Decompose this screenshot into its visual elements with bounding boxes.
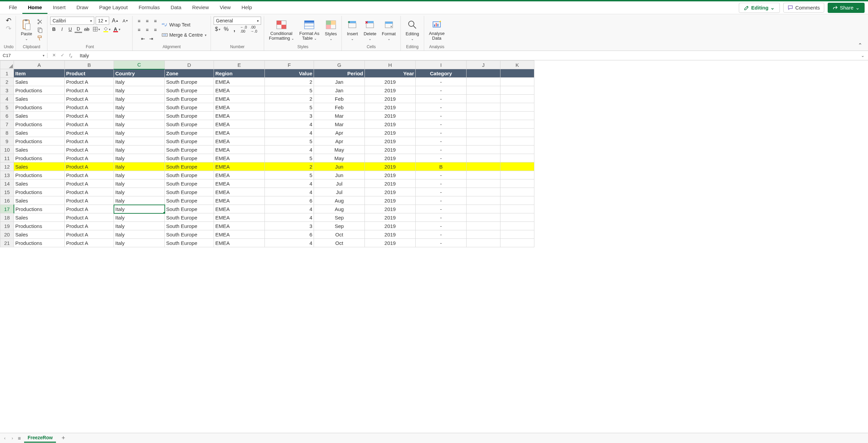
editing-button[interactable]: Editing ⌄ bbox=[403, 18, 421, 41]
cell[interactable]: Item bbox=[14, 69, 65, 78]
cell[interactable]: Sales bbox=[14, 95, 65, 103]
cell[interactable]: - bbox=[416, 171, 467, 179]
cell[interactable] bbox=[500, 188, 534, 196]
cell[interactable]: Product A bbox=[65, 171, 114, 179]
currency-button[interactable]: $ bbox=[214, 25, 222, 33]
all-sheets-button[interactable]: ≡ bbox=[18, 435, 21, 441]
cell[interactable]: Productions bbox=[14, 137, 65, 146]
cell[interactable]: 2 bbox=[265, 162, 314, 171]
cell[interactable]: Italy bbox=[114, 95, 165, 103]
borders-button[interactable] bbox=[92, 25, 101, 33]
format-cells-button[interactable]: Format ⌄ bbox=[380, 18, 398, 41]
cell[interactable]: South Europe bbox=[165, 188, 214, 196]
cell[interactable] bbox=[467, 162, 500, 171]
cell[interactable]: 2019 bbox=[365, 120, 416, 129]
select-all-corner[interactable] bbox=[0, 61, 14, 69]
cell[interactable]: EMEA bbox=[214, 103, 265, 112]
comma-button[interactable]: , bbox=[231, 25, 238, 33]
row-header-3[interactable]: 3 bbox=[0, 86, 14, 95]
cell[interactable]: - bbox=[416, 205, 467, 213]
cell[interactable]: Jun bbox=[314, 171, 365, 179]
column-header-D[interactable]: D bbox=[165, 61, 214, 69]
align-top-button[interactable]: ≡ bbox=[135, 17, 143, 25]
cell[interactable]: - bbox=[416, 230, 467, 239]
cell[interactable]: South Europe bbox=[165, 146, 214, 154]
cell[interactable]: Aug bbox=[314, 205, 365, 213]
cell[interactable] bbox=[467, 146, 500, 154]
cell[interactable]: Sales bbox=[14, 196, 65, 205]
font-name-select[interactable]: Calibri ▾ bbox=[50, 17, 94, 25]
row-header-19[interactable]: 19 bbox=[0, 222, 14, 230]
cell[interactable]: 5 bbox=[265, 137, 314, 146]
row-header-17[interactable]: 17 bbox=[0, 205, 14, 213]
tab-data[interactable]: Data bbox=[165, 2, 187, 14]
cell[interactable] bbox=[500, 154, 534, 162]
cell[interactable]: EMEA bbox=[214, 154, 265, 162]
cell[interactable]: 2019 bbox=[365, 137, 416, 146]
sheet-nav-next[interactable]: › bbox=[10, 436, 14, 441]
cell[interactable]: South Europe bbox=[165, 230, 214, 239]
cell[interactable]: South Europe bbox=[165, 137, 214, 146]
cell[interactable]: South Europe bbox=[165, 239, 214, 247]
column-header-A[interactable]: A bbox=[14, 61, 65, 69]
cell[interactable]: Sep bbox=[314, 222, 365, 230]
cell[interactable]: South Europe bbox=[165, 95, 214, 103]
cell[interactable]: 2019 bbox=[365, 213, 416, 222]
cell[interactable]: 2019 bbox=[365, 205, 416, 213]
tab-help[interactable]: Help bbox=[236, 2, 257, 14]
row-header-8[interactable]: 8 bbox=[0, 129, 14, 137]
row-header-1[interactable]: 1 bbox=[0, 69, 14, 78]
align-bottom-button[interactable]: ≡ bbox=[152, 17, 159, 25]
copy-button[interactable] bbox=[36, 26, 44, 34]
sheet-tab-active[interactable]: FreezeRow bbox=[24, 434, 56, 443]
cell[interactable]: 2019 bbox=[365, 179, 416, 188]
cell[interactable]: Apr bbox=[314, 129, 365, 137]
cell[interactable]: Product A bbox=[65, 196, 114, 205]
shrink-font-button[interactable]: A▼ bbox=[121, 17, 130, 24]
cell[interactable]: South Europe bbox=[165, 162, 214, 171]
name-box[interactable]: C17 ▾ bbox=[0, 53, 47, 58]
cell[interactable]: - bbox=[416, 112, 467, 120]
cell[interactable]: 6 bbox=[265, 230, 314, 239]
wrap-text-button[interactable]: ab Wrap Text bbox=[160, 21, 192, 28]
cell[interactable]: Product A bbox=[65, 179, 114, 188]
cell[interactable] bbox=[467, 78, 500, 86]
increase-decimal-button[interactable]: ←.0.00 bbox=[239, 25, 248, 33]
cell[interactable]: Oct bbox=[314, 230, 365, 239]
cell[interactable]: Jan bbox=[314, 86, 365, 95]
cell[interactable] bbox=[467, 222, 500, 230]
cell[interactable]: 4 bbox=[265, 188, 314, 196]
editing-mode-button[interactable]: Editing ⌄ bbox=[739, 3, 780, 13]
cell[interactable]: 4 bbox=[265, 129, 314, 137]
cell[interactable]: EMEA bbox=[214, 129, 265, 137]
cut-button[interactable] bbox=[36, 18, 44, 25]
font-size-select[interactable]: 12 ▾ bbox=[96, 17, 109, 25]
cell[interactable]: Product A bbox=[65, 154, 114, 162]
row-header-10[interactable]: 10 bbox=[0, 146, 14, 154]
cell[interactable]: Productions bbox=[14, 222, 65, 230]
cell[interactable]: 2019 bbox=[365, 171, 416, 179]
cell[interactable]: 5 bbox=[265, 171, 314, 179]
cell[interactable] bbox=[500, 230, 534, 239]
number-format-select[interactable]: General ▾ bbox=[214, 17, 261, 25]
cell[interactable] bbox=[467, 69, 500, 78]
cell[interactable]: 3 bbox=[265, 112, 314, 120]
cell[interactable]: B bbox=[416, 162, 467, 171]
cell[interactable]: Product A bbox=[65, 86, 114, 95]
cell[interactable]: Product bbox=[65, 69, 114, 78]
cell[interactable]: 2019 bbox=[365, 129, 416, 137]
italic-button[interactable]: I bbox=[58, 25, 66, 33]
row-header-4[interactable]: 4 bbox=[0, 95, 14, 103]
tab-review[interactable]: Review bbox=[187, 2, 214, 14]
cell[interactable]: - bbox=[416, 137, 467, 146]
cell[interactable]: Aug bbox=[314, 196, 365, 205]
cell[interactable]: - bbox=[416, 179, 467, 188]
cell[interactable]: Italy bbox=[114, 171, 165, 179]
cell[interactable]: South Europe bbox=[165, 78, 214, 86]
align-left-button[interactable]: ≡ bbox=[135, 26, 143, 34]
enter-formula-button[interactable]: ✓ bbox=[59, 53, 66, 59]
column-header-E[interactable]: E bbox=[214, 61, 265, 69]
cell[interactable]: 2019 bbox=[365, 196, 416, 205]
cell[interactable]: Productions bbox=[14, 103, 65, 112]
cell[interactable]: South Europe bbox=[165, 129, 214, 137]
